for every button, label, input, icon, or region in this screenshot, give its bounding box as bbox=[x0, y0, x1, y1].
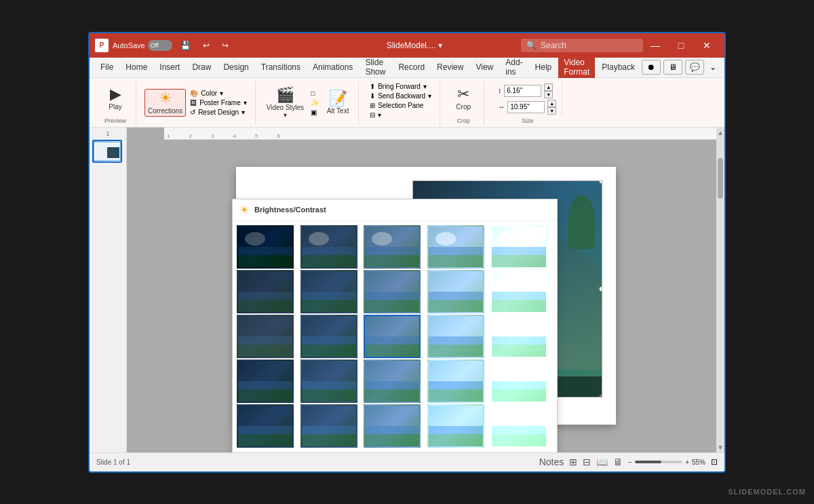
play-button[interactable]: ▶ Play bbox=[100, 85, 130, 112]
align-button[interactable]: ⊟ ▾ bbox=[367, 111, 434, 119]
save-button[interactable]: 💾 bbox=[176, 39, 195, 52]
fit-btn[interactable]: ⊡ bbox=[711, 457, 718, 467]
file-title: SlideModel.... bbox=[387, 41, 436, 50]
brightness-cell-4-2[interactable] bbox=[364, 404, 421, 448]
poster-frame-button[interactable]: 🖼 Poster Frame ▾ bbox=[187, 98, 250, 107]
menu-design[interactable]: Design bbox=[218, 60, 254, 75]
shape-btn[interactable]: □ bbox=[308, 89, 322, 98]
notes-button[interactable]: Notes bbox=[539, 457, 564, 467]
width-down-btn[interactable]: ▼ bbox=[547, 107, 556, 115]
presenter-view-button[interactable]: 🖥 bbox=[613, 457, 623, 467]
menu-insert[interactable]: Insert bbox=[154, 60, 185, 75]
menu-file[interactable]: File bbox=[95, 60, 119, 75]
menu-review[interactable]: Review bbox=[431, 60, 469, 75]
brightness-cell-0-3[interactable] bbox=[427, 225, 484, 269]
brightness-cell-0-1[interactable] bbox=[301, 225, 357, 269]
brightness-cell-4-3[interactable] bbox=[427, 404, 484, 448]
brightness-cell-3-1[interactable] bbox=[301, 360, 357, 403]
menu-videoformat[interactable]: Video Format bbox=[558, 55, 595, 79]
brightness-cell-2-0[interactable] bbox=[237, 315, 294, 358]
grid-view-button[interactable]: ⊟ bbox=[583, 457, 591, 467]
minimize-button[interactable]: — bbox=[643, 36, 667, 55]
menu-view[interactable]: View bbox=[470, 60, 499, 75]
brightness-cell-1-1[interactable] bbox=[301, 270, 357, 313]
undo-button[interactable]: ↩ bbox=[199, 39, 214, 52]
brightness-cell-1-3[interactable] bbox=[427, 270, 484, 313]
video-styles-icon: 🎬 bbox=[276, 88, 294, 102]
menu-transitions[interactable]: Transitions bbox=[256, 60, 306, 75]
comment-btn[interactable]: 💬 bbox=[685, 60, 704, 75]
effects-btn[interactable]: ✨ bbox=[308, 98, 322, 107]
brightness-cell-2-4[interactable] bbox=[490, 315, 547, 358]
brightness-cell-0-4[interactable] bbox=[490, 225, 547, 269]
brightness-cell-1-2[interactable] bbox=[364, 270, 421, 313]
height-input[interactable] bbox=[504, 85, 541, 97]
slide-view-button[interactable]: ⊞ bbox=[569, 457, 577, 467]
record-btn[interactable]: ⏺ bbox=[642, 60, 661, 75]
brightness-cell-1-4[interactable] bbox=[490, 270, 547, 313]
ribbon-collapse-btn[interactable]: ⌄ bbox=[707, 60, 719, 75]
slide-thumbnail[interactable] bbox=[92, 140, 122, 163]
redo-button[interactable]: ↪ bbox=[218, 39, 233, 52]
ribbon-group-size: ↕ ▲ ▼ ↔ ▲ ▼ bbox=[487, 81, 568, 125]
ribbon-group-adjust: ☀ Corrections 🎨 Color ▾ 🖼 Poster bbox=[139, 81, 256, 125]
brightness-cell-2-3[interactable] bbox=[427, 315, 484, 358]
brightness-cell-3-3[interactable] bbox=[427, 360, 484, 403]
scroll-up-icon[interactable]: ▲ bbox=[716, 128, 724, 138]
canvas-area: 1 2 3 4 5 6 bbox=[127, 128, 724, 452]
brightness-cell-4-0[interactable] bbox=[237, 404, 294, 448]
zoom-slider[interactable] bbox=[635, 461, 682, 463]
width-input[interactable] bbox=[507, 101, 545, 113]
search-bar[interactable]: 🔍 bbox=[521, 39, 643, 52]
brightness-cell-0-0[interactable] bbox=[237, 225, 294, 269]
reset-design-button[interactable]: ↺ Reset Design ▾ bbox=[187, 108, 250, 117]
menu-record[interactable]: Record bbox=[393, 60, 430, 75]
menu-help[interactable]: Help bbox=[530, 60, 558, 75]
alt-text-button[interactable]: 📝 Alt Text bbox=[323, 90, 353, 116]
reading-view-button[interactable]: 📖 bbox=[596, 457, 608, 467]
brightness-cell-3-2[interactable] bbox=[364, 360, 421, 403]
bring-forward-button[interactable]: ⬆ Bring Forward ▾ bbox=[367, 82, 434, 91]
width-up-btn[interactable]: ▲ bbox=[547, 100, 556, 107]
menu-addins[interactable]: Add-ins bbox=[500, 55, 528, 79]
bring-forward-icon: ⬆ bbox=[370, 83, 375, 90]
brightness-cell-3-4[interactable] bbox=[490, 360, 547, 403]
brightness-cell-4-4[interactable] bbox=[490, 404, 547, 448]
color-button[interactable]: 🎨 Color ▾ bbox=[187, 89, 250, 98]
present-btn[interactable]: 🖥 bbox=[663, 60, 682, 75]
preview-buttons: ▶ Play bbox=[100, 82, 130, 116]
send-backward-button[interactable]: ⬇ Send Backward ▾ bbox=[367, 92, 434, 100]
brightness-cell-0-2[interactable] bbox=[364, 225, 421, 269]
brightness-cell-2-1[interactable] bbox=[301, 315, 357, 358]
border-btn[interactable]: ▣ bbox=[308, 108, 322, 117]
menu-slideshow[interactable]: Slide Show bbox=[360, 55, 391, 79]
maximize-button[interactable]: □ bbox=[669, 36, 693, 55]
scroll-down-icon[interactable]: ▼ bbox=[716, 442, 724, 452]
menu-draw[interactable]: Draw bbox=[187, 60, 216, 75]
title-caret-icon[interactable]: ▾ bbox=[438, 41, 442, 50]
scroll-thumb[interactable] bbox=[718, 158, 723, 199]
menu-playback[interactable]: Playback bbox=[596, 60, 640, 75]
zoom-in-btn[interactable]: + bbox=[685, 459, 689, 466]
vertical-scrollbar[interactable]: ▲ ▼ bbox=[716, 128, 724, 452]
brightness-cell-2-2[interactable] bbox=[364, 315, 421, 358]
video-styles-button[interactable]: 🎬 Video Styles ▾ bbox=[264, 86, 307, 120]
slide-thumb-inner bbox=[94, 141, 121, 161]
autosave-toggle[interactable]: Off bbox=[148, 40, 172, 51]
crop-button[interactable]: ✂ Crop bbox=[448, 85, 478, 112]
close-button[interactable]: ✕ bbox=[695, 36, 719, 55]
zoom-out-btn[interactable]: − bbox=[628, 459, 632, 466]
corrections-button[interactable]: ☀ Corrections bbox=[144, 89, 186, 117]
title-bar-center: SlideModel.... ▾ bbox=[308, 41, 521, 50]
brightness-cell-1-0[interactable] bbox=[237, 270, 294, 313]
search-input[interactable] bbox=[541, 41, 629, 50]
height-down-btn[interactable]: ▼ bbox=[544, 91, 553, 98]
video-corrections-options-button[interactable]: ☀ Video Corrections Options... bbox=[233, 452, 557, 452]
height-up-btn[interactable]: ▲ bbox=[544, 83, 553, 91]
menu-home[interactable]: Home bbox=[120, 60, 153, 75]
brightness-cell-3-0[interactable] bbox=[237, 360, 294, 403]
menu-animations[interactable]: Animations bbox=[307, 60, 358, 75]
resize-handle-mid-right[interactable] bbox=[599, 286, 602, 292]
selection-pane-button[interactable]: ⊞ Selection Pane bbox=[367, 101, 434, 110]
brightness-cell-4-1[interactable] bbox=[301, 404, 357, 448]
